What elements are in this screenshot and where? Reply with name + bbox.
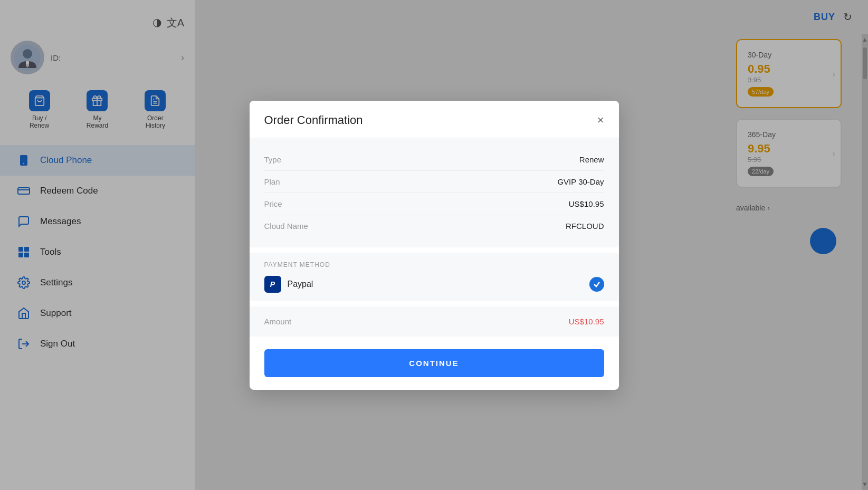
- paypal-payment-option[interactable]: P Paypal: [264, 276, 604, 293]
- order-row-type: Type Renew: [264, 149, 604, 171]
- amount-section: Amount US$10.95: [250, 306, 619, 337]
- order-plan-value: GVIP 30-Day: [557, 177, 604, 186]
- order-price-value: US$10.95: [569, 199, 604, 208]
- order-details-section: Type Renew Plan GVIP 30-Day Price US$10.…: [250, 138, 619, 247]
- modal-overlay: Order Confirmation × Type Renew Plan GVI…: [0, 0, 868, 490]
- continue-button[interactable]: CONTINUE: [264, 349, 604, 377]
- order-row-cloud-name: Cloud Name RFCLOUD: [264, 215, 604, 237]
- order-price-label: Price: [264, 199, 282, 208]
- order-type-label: Type: [264, 155, 282, 164]
- order-row-price: Price US$10.95: [264, 193, 604, 215]
- amount-label: Amount: [264, 317, 292, 326]
- continue-section: CONTINUE: [250, 337, 619, 390]
- order-row-plan: Plan GVIP 30-Day: [264, 171, 604, 193]
- payment-method-title: PAYMENT METHOD: [264, 261, 604, 268]
- modal-title: Order Confirmation: [264, 113, 363, 127]
- order-cloud-name-label: Cloud Name: [264, 222, 308, 230]
- modal-close-button[interactable]: ×: [597, 114, 604, 126]
- order-plan-label: Plan: [264, 177, 280, 186]
- amount-row: Amount US$10.95: [264, 317, 604, 326]
- payment-selected-check-icon: [589, 277, 604, 292]
- order-cloud-name-value: RFCLOUD: [566, 222, 604, 230]
- amount-value: US$10.95: [569, 317, 604, 326]
- payment-method-section: PAYMENT METHOD P Paypal: [250, 253, 619, 301]
- modal-header: Order Confirmation ×: [250, 101, 619, 138]
- paypal-icon: P: [264, 276, 281, 293]
- order-confirmation-modal: Order Confirmation × Type Renew Plan GVI…: [250, 101, 619, 390]
- order-type-value: Renew: [579, 155, 604, 164]
- paypal-label: Paypal: [288, 280, 583, 289]
